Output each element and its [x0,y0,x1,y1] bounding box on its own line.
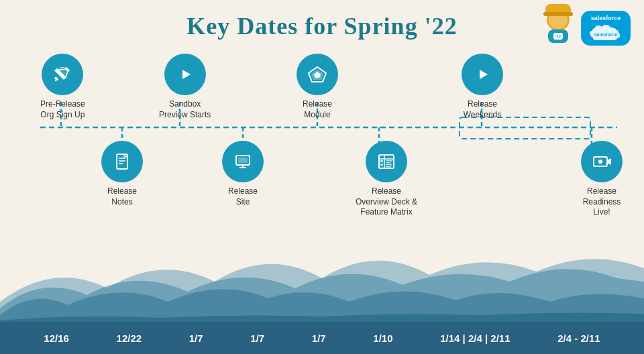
milestone-release-site: ReleaseSite [222,141,264,207]
release-module-label: ReleaseModule [303,99,332,120]
pre-release-icon [42,54,83,95]
svg-rect-29 [386,160,392,162]
release-site-icon [222,141,264,182]
date-item-17b: 1/7 [250,333,264,344]
date-item-17a: 1/7 [189,333,203,344]
milestone-release-module: ReleaseModule [297,54,338,120]
date-item-110: 1/10 [373,333,392,344]
svg-marker-12 [182,70,191,79]
svg-text:salesforce: salesforce [594,32,618,37]
release-notes-label: ReleaseNotes [107,186,137,207]
sandbox-preview-icon [164,54,206,95]
svg-rect-33 [386,166,391,168]
pre-release-label: Pre-ReleaseOrg Sign Up [40,99,85,120]
release-readiness-label: Release ReadinessLive! [572,186,632,218]
release-module-icon [297,54,338,95]
milestone-release-notes: ReleaseNotes [101,141,143,207]
svg-rect-31 [380,164,383,166]
date-item-1222: 12/22 [117,333,142,344]
milestone-pre-release: Pre-ReleaseOrg Sign Up [40,54,85,120]
milestone-release-overview: ReleaseOverview Deck &Feature Matrix [356,141,417,218]
page: Key Dates for Spring '22 '22 salesforce … [0,0,644,354]
svg-rect-32 [386,164,392,166]
date-item-17c: 1/7 [312,333,326,344]
svg-point-36 [598,160,602,164]
release-site-label: ReleaseSite [228,186,258,207]
milestone-sandbox-preview: SandboxPreview Starts [159,54,211,120]
milestone-release-readiness: Release ReadinessLive! [572,141,632,218]
timeline: Pre-ReleaseOrg Sign Up SandboxPreview St… [0,54,644,268]
release-overview-label: ReleaseOverview Deck &Feature Matrix [356,186,417,218]
release-weekends-icon [462,54,503,95]
date-bar: 12/16 12/22 1/7 1/7 1/7 1/10 1/14 | 2/4 … [0,322,644,354]
release-overview-icon [366,141,407,182]
sf-logo-label: salesforce [591,15,621,21]
logo-area: '22 salesforce salesforce [541,8,631,48]
svg-rect-30 [386,162,391,164]
date-item-readiness: 2/4 - 2/11 [557,333,600,344]
svg-rect-22 [238,158,248,163]
release-weekends-label: ReleaseWeekends [464,99,501,120]
sandbox-preview-label: SandboxPreview Starts [159,99,211,120]
date-item-1216: 12/16 [44,333,69,344]
svg-rect-28 [380,160,383,162]
release-notes-icon [101,141,143,182]
milestone-release-weekends: ReleaseWeekends [462,54,503,120]
release-readiness-icon [581,141,623,182]
date-item-weekends: 1/14 | 2/4 | 2/11 [440,333,510,344]
svg-marker-16 [480,70,488,79]
